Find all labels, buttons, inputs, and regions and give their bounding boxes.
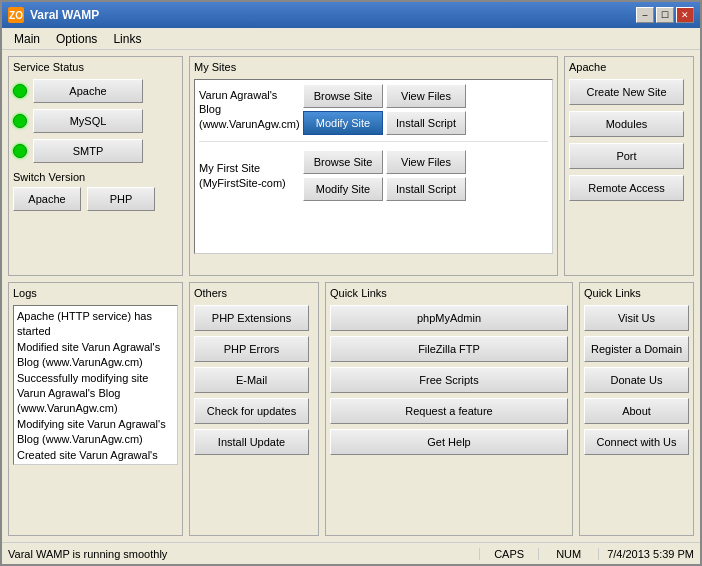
- port-button[interactable]: Port: [569, 143, 684, 169]
- service-row-mysql: MySQL: [13, 109, 178, 133]
- connect-with-us-button[interactable]: Connect with Us: [584, 429, 689, 455]
- get-help-button[interactable]: Get Help: [330, 429, 568, 455]
- quick-links-panel-1: Quick Links phpMyAdmin FileZilla FTP Fre…: [325, 282, 573, 536]
- view-files-btn-1[interactable]: View Files: [386, 84, 466, 108]
- logs-content[interactable]: Apache (HTTP service) has started Modifi…: [13, 305, 178, 465]
- sites-scroll[interactable]: Varun Agrawal's Blog(www.VarunAgw.cm) Br…: [194, 79, 553, 254]
- app-icon: ZO: [8, 7, 24, 23]
- status-datetime: 7/4/2013 5:39 PM: [599, 548, 694, 560]
- service-row-apache: Apache: [13, 79, 178, 103]
- register-domain-button[interactable]: Register a Domain: [584, 336, 689, 362]
- smtp-button[interactable]: SMTP: [33, 139, 143, 163]
- maximize-button[interactable]: ☐: [656, 7, 674, 23]
- title-bar-controls: – ☐ ✕: [636, 7, 694, 23]
- site-entry-2: My First Site(MyFirstSite-com) Browse Si…: [199, 150, 548, 207]
- modules-button[interactable]: Modules: [569, 111, 684, 137]
- apache-panel: Apache Create New Site Modules Port Remo…: [564, 56, 694, 276]
- free-scripts-button[interactable]: Free Scripts: [330, 367, 568, 393]
- browse-site-btn-1[interactable]: Browse Site: [303, 84, 383, 108]
- site-name-2: My First Site(MyFirstSite-com): [199, 161, 299, 190]
- service-status-title: Service Status: [13, 61, 178, 73]
- minimize-button[interactable]: –: [636, 7, 654, 23]
- quick-links-1-title: Quick Links: [330, 287, 568, 299]
- apache-button[interactable]: Apache: [33, 79, 143, 103]
- mysql-button[interactable]: MySQL: [33, 109, 143, 133]
- modify-site-btn-2[interactable]: Modify Site: [303, 177, 383, 201]
- about-button[interactable]: About: [584, 398, 689, 424]
- install-update-button[interactable]: Install Update: [194, 429, 309, 455]
- quick-links-panel-2: Quick Links Visit Us Register a Domain D…: [579, 282, 694, 536]
- view-files-btn-2[interactable]: View Files: [386, 150, 466, 174]
- status-num: NUM: [539, 548, 599, 560]
- status-message: Varal WAMP is running smoothly: [8, 548, 479, 560]
- menu-options[interactable]: Options: [48, 30, 105, 48]
- bottom-row: Logs Apache (HTTP service) has started M…: [8, 282, 694, 536]
- install-script-btn-2[interactable]: Install Script: [386, 177, 466, 201]
- visit-us-button[interactable]: Visit Us: [584, 305, 689, 331]
- main-content: Service Status Apache MySQL SMTP Switch …: [2, 50, 700, 542]
- check-updates-button[interactable]: Check for updates: [194, 398, 309, 424]
- main-window: ZO Varal WAMP – ☐ ✕ Main Options Links S…: [0, 0, 702, 566]
- site-btn-row-2a: Browse Site View Files: [303, 150, 466, 174]
- close-button[interactable]: ✕: [676, 7, 694, 23]
- menu-main[interactable]: Main: [6, 30, 48, 48]
- others-panel: Others PHP Extensions PHP Errors E-Mail …: [189, 282, 319, 536]
- top-row: Service Status Apache MySQL SMTP Switch …: [8, 56, 694, 276]
- status-caps: CAPS: [479, 548, 539, 560]
- title-bar-left: ZO Varal WAMP: [8, 7, 99, 23]
- install-script-btn-1[interactable]: Install Script: [386, 111, 466, 135]
- menu-links[interactable]: Links: [105, 30, 149, 48]
- create-new-site-button[interactable]: Create New Site: [569, 79, 684, 105]
- switch-php-button[interactable]: PHP: [87, 187, 155, 211]
- switch-version-title: Switch Version: [13, 171, 178, 183]
- switch-apache-button[interactable]: Apache: [13, 187, 81, 211]
- my-sites-panel: My Sites Varun Agrawal's Blog(www.VarunA…: [189, 56, 558, 276]
- others-title: Others: [194, 287, 314, 299]
- site-entry-1: Varun Agrawal's Blog(www.VarunAgw.cm) Br…: [199, 84, 548, 142]
- site-name-1: Varun Agrawal's Blog(www.VarunAgw.cm): [199, 88, 299, 131]
- browse-site-btn-2[interactable]: Browse Site: [303, 150, 383, 174]
- filezilla-ftp-button[interactable]: FileZilla FTP: [330, 336, 568, 362]
- my-sites-title: My Sites: [194, 61, 553, 73]
- site-btn-row-1b: Modify Site Install Script: [303, 111, 466, 135]
- switch-version-section: Switch Version Apache PHP: [13, 171, 178, 211]
- request-feature-button[interactable]: Request a feature: [330, 398, 568, 424]
- logs-panel: Logs Apache (HTTP service) has started M…: [8, 282, 183, 536]
- status-bar: Varal WAMP is running smoothly CAPS NUM …: [2, 542, 700, 564]
- php-errors-button[interactable]: PHP Errors: [194, 336, 309, 362]
- phpmyadmin-button[interactable]: phpMyAdmin: [330, 305, 568, 331]
- apache-status-light: [13, 84, 27, 98]
- mysql-status-light: [13, 114, 27, 128]
- smtp-status-light: [13, 144, 27, 158]
- email-button[interactable]: E-Mail: [194, 367, 309, 393]
- site-buttons-1: Browse Site View Files Modify Site Insta…: [303, 84, 466, 135]
- site-btn-row-2b: Modify Site Install Script: [303, 177, 466, 201]
- apache-panel-title: Apache: [569, 61, 689, 73]
- logs-title: Logs: [13, 287, 178, 299]
- window-title: Varal WAMP: [30, 8, 99, 22]
- donate-us-button[interactable]: Donate Us: [584, 367, 689, 393]
- quick-links-2-title: Quick Links: [584, 287, 689, 299]
- menu-bar: Main Options Links: [2, 28, 700, 50]
- title-bar: ZO Varal WAMP – ☐ ✕: [2, 2, 700, 28]
- service-row-smtp: SMTP: [13, 139, 178, 163]
- service-status-panel: Service Status Apache MySQL SMTP Switch …: [8, 56, 183, 276]
- php-extensions-button[interactable]: PHP Extensions: [194, 305, 309, 331]
- site-buttons-2: Browse Site View Files Modify Site Insta…: [303, 150, 466, 201]
- remote-access-button[interactable]: Remote Access: [569, 175, 684, 201]
- switch-row: Apache PHP: [13, 187, 178, 211]
- site-btn-row-1a: Browse Site View Files: [303, 84, 466, 108]
- modify-site-btn-1[interactable]: Modify Site: [303, 111, 383, 135]
